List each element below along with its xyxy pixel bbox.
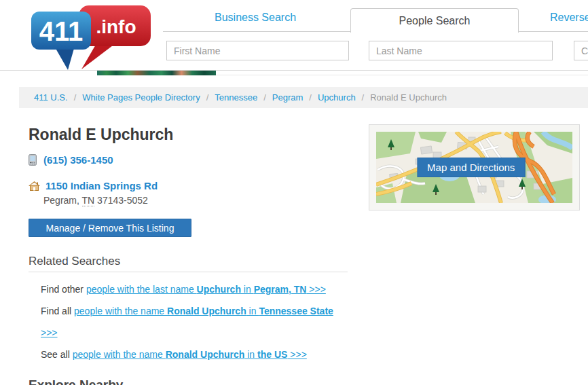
link-arrows: >>> — [41, 327, 58, 338]
house-icon — [29, 181, 40, 191]
first-name-input[interactable] — [166, 41, 349, 60]
city-text: Pegram, — [43, 195, 82, 206]
map-panel: Map and Directions — [369, 124, 580, 210]
link-text: in — [244, 349, 257, 360]
address-row: 1150 Indian Springs Rd — [29, 180, 158, 191]
banner-photo-strip — [97, 71, 216, 75]
related-search-link-last-name[interactable]: people with the last name Upchurch in Pe… — [86, 284, 326, 295]
link-text: people with the last name — [86, 284, 197, 295]
logo-secondary-text: .info — [96, 16, 136, 37]
link-arrows: >>> — [287, 349, 306, 360]
related-search-item: Find all people with the name Ronald Upc… — [41, 300, 350, 344]
zip-text: 37143-5052 — [94, 195, 148, 206]
breadcrumb-link-tennessee[interactable]: Tennessee — [215, 92, 257, 103]
link-bold-text: the US — [257, 349, 287, 360]
state-abbreviation: TN — [82, 195, 95, 206]
page: 411 .info Business Search People Search … — [0, 0, 588, 385]
city-state-zip: Pegram, TN 37143-5052 — [43, 195, 148, 206]
breadcrumb-separator: / — [309, 92, 312, 103]
tab-business-search[interactable]: Business Search — [215, 12, 296, 24]
related-search-item: See all people with the name Ronald Upch… — [41, 344, 350, 365]
link-text: in — [241, 284, 254, 295]
link-bold-text: Upchurch — [197, 284, 241, 295]
related-item-prefix: Find other — [41, 284, 86, 295]
link-text: people with the name — [73, 349, 166, 360]
phone-row: (615) 356-1450 — [29, 154, 113, 166]
link-text: in — [246, 306, 259, 316]
tab-people-search[interactable]: People Search — [350, 8, 519, 33]
breadcrumb-current-page: Ronald E Upchurch — [370, 92, 447, 103]
breadcrumb-separator: / — [263, 92, 266, 103]
mobile-phone-icon — [29, 154, 37, 166]
breadcrumb-link-upchurch[interactable]: Upchurch — [318, 92, 356, 103]
breadcrumb: 411 U.S. / White Pages People Directory … — [19, 87, 588, 108]
related-search-item: Find other people with the last name Upc… — [41, 278, 350, 300]
link-bold-text: Pegram, TN — [254, 284, 307, 295]
link-text: people with the name — [74, 306, 167, 316]
phone-number-link[interactable]: (615) 356-1450 — [43, 154, 113, 166]
page-title: Ronald E Upchurch — [29, 126, 173, 144]
related-search-link-us[interactable]: people with the name Ronald Upchurch in … — [73, 349, 307, 360]
explore-nearby-title: Explore Nearby — [29, 378, 123, 385]
brand-logo[interactable]: 411 .info — [31, 3, 153, 71]
city-input[interactable] — [574, 41, 588, 60]
breadcrumb-separator: / — [206, 92, 209, 103]
breadcrumb-link-pegram[interactable]: Pegram — [272, 92, 304, 103]
link-bold-text: Ronald Upchurch — [166, 349, 245, 360]
manage-remove-listing-button[interactable]: Manage / Remove This Listing — [29, 219, 191, 237]
link-bold-text: Tennessee State — [259, 306, 333, 316]
last-name-input[interactable] — [369, 41, 553, 60]
related-item-prefix: See all — [41, 349, 73, 360]
breadcrumb-link-white-pages[interactable]: White Pages People Directory — [82, 92, 200, 103]
breadcrumb-link-411-us[interactable]: 411 U.S. — [34, 92, 68, 103]
logo-primary-text: 411 — [39, 16, 84, 46]
related-searches-list: Find other people with the last name Upc… — [41, 278, 350, 365]
map-and-directions-button[interactable]: Map and Directions — [417, 158, 525, 177]
related-searches-title: Related Searches — [29, 255, 120, 268]
related-search-link-state[interactable]: people with the name Ronald Upchurch in … — [41, 306, 333, 338]
link-bold-text: Ronald Upchurch — [167, 306, 246, 316]
section-top-line — [216, 75, 588, 75]
tab-reverse-phone[interactable]: Reverse — [550, 12, 588, 24]
breadcrumb-separator: / — [74, 92, 77, 103]
link-arrows: >>> — [306, 284, 325, 295]
related-item-prefix: Find all — [41, 306, 74, 316]
breadcrumb-separator: / — [362, 92, 365, 103]
street-address-link[interactable]: 1150 Indian Springs Rd — [45, 180, 158, 191]
related-searches-divider — [29, 272, 348, 272]
